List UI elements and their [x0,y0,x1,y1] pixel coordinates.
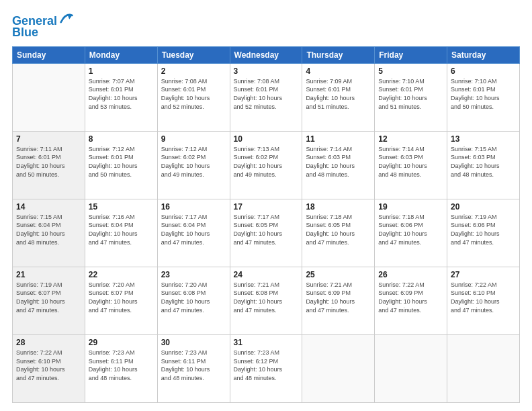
day-number: 5 [378,66,443,76]
calendar-cell: 9Sunrise: 7:12 AM Sunset: 6:02 PM Daylig… [157,131,230,199]
calendar-cell: 13Sunrise: 7:15 AM Sunset: 6:03 PM Dayli… [447,131,520,199]
day-number: 2 [161,66,226,76]
day-info: Sunrise: 7:07 AM Sunset: 6:01 PM Dayligh… [89,77,154,111]
day-number: 13 [451,134,516,144]
day-info: Sunrise: 7:10 AM Sunset: 6:01 PM Dayligh… [451,77,516,111]
day-info: Sunrise: 7:20 AM Sunset: 6:08 PM Dayligh… [161,281,226,314]
day-number: 26 [378,270,443,279]
day-number: 14 [16,202,81,212]
day-info: Sunrise: 7:17 AM Sunset: 6:04 PM Dayligh… [161,213,226,246]
day-number: 21 [16,270,81,279]
calendar-day-header: Monday [85,46,157,63]
day-info: Sunrise: 7:15 AM Sunset: 6:03 PM Dayligh… [451,145,516,179]
day-number: 19 [378,202,443,212]
day-number: 10 [234,134,299,144]
calendar-week-row: 7Sunrise: 7:11 AM Sunset: 6:01 PM Daylig… [13,131,520,199]
calendar-table: SundayMondayTuesdayWednesdayThursdayFrid… [12,46,520,403]
calendar-cell [302,334,375,402]
day-number: 23 [161,270,226,279]
day-info: Sunrise: 7:14 AM Sunset: 6:03 PM Dayligh… [378,145,443,179]
day-info: Sunrise: 7:22 AM Sunset: 6:10 PM Dayligh… [451,281,516,314]
day-info: Sunrise: 7:17 AM Sunset: 6:05 PM Dayligh… [234,213,299,246]
calendar-day-header: Friday [375,46,447,63]
calendar-cell: 15Sunrise: 7:16 AM Sunset: 6:04 PM Dayli… [85,199,157,267]
day-number: 27 [451,270,516,279]
day-info: Sunrise: 7:21 AM Sunset: 6:09 PM Dayligh… [306,281,371,314]
calendar-cell: 10Sunrise: 7:13 AM Sunset: 6:02 PM Dayli… [230,131,302,199]
calendar-cell: 19Sunrise: 7:18 AM Sunset: 6:06 PM Dayli… [375,199,447,267]
calendar-cell: 25Sunrise: 7:21 AM Sunset: 6:09 PM Dayli… [302,267,375,334]
calendar-cell: 28Sunrise: 7:22 AM Sunset: 6:10 PM Dayli… [13,334,85,402]
calendar-cell: 1Sunrise: 7:07 AM Sunset: 6:01 PM Daylig… [85,63,157,131]
day-info: Sunrise: 7:15 AM Sunset: 6:04 PM Dayligh… [16,213,81,246]
calendar-week-row: 1Sunrise: 7:07 AM Sunset: 6:01 PM Daylig… [13,63,520,131]
calendar-cell: 22Sunrise: 7:20 AM Sunset: 6:07 PM Dayli… [85,267,157,334]
calendar-cell: 23Sunrise: 7:20 AM Sunset: 6:08 PM Dayli… [157,267,230,334]
calendar-cell: 12Sunrise: 7:14 AM Sunset: 6:03 PM Dayli… [375,131,447,199]
day-info: Sunrise: 7:23 AM Sunset: 6:11 PM Dayligh… [89,349,154,382]
calendar-cell: 3Sunrise: 7:08 AM Sunset: 6:01 PM Daylig… [230,63,302,131]
calendar-cell [447,334,520,402]
day-info: Sunrise: 7:22 AM Sunset: 6:10 PM Dayligh… [16,349,81,382]
calendar-cell: 31Sunrise: 7:23 AM Sunset: 6:12 PM Dayli… [230,334,302,402]
day-info: Sunrise: 7:09 AM Sunset: 6:01 PM Dayligh… [306,77,371,111]
day-info: Sunrise: 7:22 AM Sunset: 6:09 PM Dayligh… [378,281,443,314]
calendar-cell: 17Sunrise: 7:17 AM Sunset: 6:05 PM Dayli… [230,199,302,267]
calendar-week-row: 14Sunrise: 7:15 AM Sunset: 6:04 PM Dayli… [13,199,520,267]
day-number: 9 [161,134,226,144]
logo: General Blue [12,15,73,40]
day-number: 15 [89,202,154,212]
day-info: Sunrise: 7:10 AM Sunset: 6:01 PM Dayligh… [378,77,443,111]
day-number: 29 [89,338,154,347]
day-number: 16 [161,202,226,212]
calendar-cell: 30Sunrise: 7:23 AM Sunset: 6:11 PM Dayli… [157,334,230,402]
calendar-cell: 20Sunrise: 7:19 AM Sunset: 6:06 PM Dayli… [447,199,520,267]
day-number: 28 [16,338,81,347]
logo-icon [58,11,73,26]
header: General Blue [12,12,520,40]
day-number: 17 [234,202,299,212]
day-number: 18 [306,202,371,212]
day-info: Sunrise: 7:18 AM Sunset: 6:05 PM Dayligh… [306,213,371,246]
calendar-cell: 24Sunrise: 7:21 AM Sunset: 6:08 PM Dayli… [230,267,302,334]
day-info: Sunrise: 7:12 AM Sunset: 6:02 PM Dayligh… [161,145,226,179]
calendar-cell: 7Sunrise: 7:11 AM Sunset: 6:01 PM Daylig… [13,131,85,199]
calendar-cell: 18Sunrise: 7:18 AM Sunset: 6:05 PM Dayli… [302,199,375,267]
calendar-cell: 6Sunrise: 7:10 AM Sunset: 6:01 PM Daylig… [447,63,520,131]
calendar-day-header: Saturday [447,46,520,63]
calendar-day-header: Thursday [302,46,375,63]
day-info: Sunrise: 7:12 AM Sunset: 6:01 PM Dayligh… [89,145,154,179]
day-number: 1 [89,66,154,76]
calendar-week-row: 28Sunrise: 7:22 AM Sunset: 6:10 PM Dayli… [13,334,520,402]
day-number: 11 [306,134,371,144]
calendar-cell: 14Sunrise: 7:15 AM Sunset: 6:04 PM Dayli… [13,199,85,267]
calendar-cell: 21Sunrise: 7:19 AM Sunset: 6:07 PM Dayli… [13,267,85,334]
day-info: Sunrise: 7:23 AM Sunset: 6:11 PM Dayligh… [161,349,226,382]
day-info: Sunrise: 7:14 AM Sunset: 6:03 PM Dayligh… [306,145,371,179]
day-info: Sunrise: 7:19 AM Sunset: 6:07 PM Dayligh… [16,281,81,314]
day-number: 30 [161,338,226,347]
day-number: 22 [89,270,154,279]
day-number: 20 [451,202,516,212]
day-number: 4 [306,66,371,76]
day-number: 6 [451,66,516,76]
day-info: Sunrise: 7:11 AM Sunset: 6:01 PM Dayligh… [16,145,81,179]
day-info: Sunrise: 7:08 AM Sunset: 6:01 PM Dayligh… [161,77,226,111]
day-number: 25 [306,270,371,279]
day-number: 8 [89,134,154,144]
calendar-cell [375,334,447,402]
calendar-cell [13,63,85,131]
calendar-cell: 16Sunrise: 7:17 AM Sunset: 6:04 PM Dayli… [157,199,230,267]
day-number: 3 [234,66,299,76]
calendar-cell: 4Sunrise: 7:09 AM Sunset: 6:01 PM Daylig… [302,63,375,131]
calendar-cell: 8Sunrise: 7:12 AM Sunset: 6:01 PM Daylig… [85,131,157,199]
day-info: Sunrise: 7:19 AM Sunset: 6:06 PM Dayligh… [451,213,516,246]
day-info: Sunrise: 7:18 AM Sunset: 6:06 PM Dayligh… [378,213,443,246]
calendar-cell: 5Sunrise: 7:10 AM Sunset: 6:01 PM Daylig… [375,63,447,131]
day-info: Sunrise: 7:08 AM Sunset: 6:01 PM Dayligh… [234,77,299,111]
calendar-cell: 27Sunrise: 7:22 AM Sunset: 6:10 PM Dayli… [447,267,520,334]
calendar-day-header: Tuesday [157,46,230,63]
day-number: 31 [234,338,299,347]
day-number: 12 [378,134,443,144]
day-number: 24 [234,270,299,279]
